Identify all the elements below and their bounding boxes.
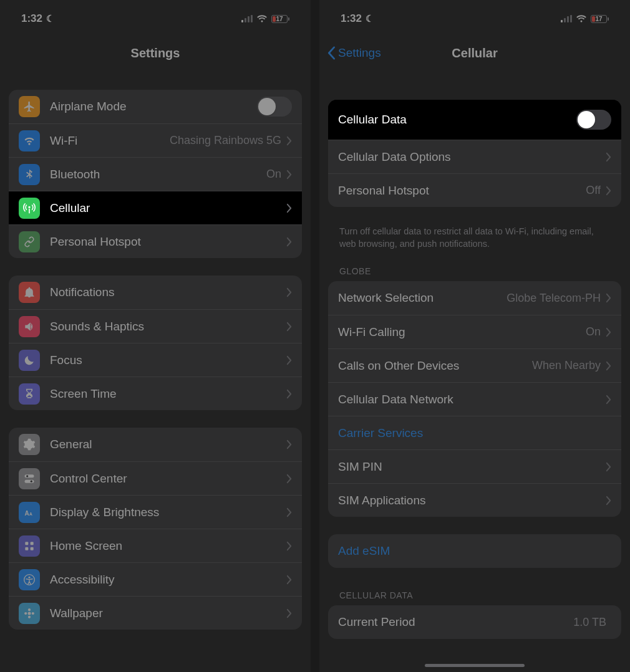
row-airplane-mode[interactable]: Airplane Mode (9, 90, 302, 123)
row-cellular[interactable]: Cellular (9, 191, 302, 224)
back-button[interactable]: Settings (327, 46, 381, 60)
flower-icon (19, 603, 40, 624)
row-label: Wi-Fi Calling (338, 325, 586, 339)
settings-root-screen: 1:32 ☾ 17 Settings Airplane Mode Wi (0, 0, 311, 672)
chevron-right-icon (286, 575, 292, 585)
cellular-data-group: Cellular Data Cellular Data Options Pers… (328, 100, 621, 207)
svg-point-12 (28, 612, 31, 615)
row-label: Notifications (50, 286, 286, 299)
row-detail: Globe Telecom-PH (506, 292, 601, 305)
chevron-right-icon (286, 608, 292, 618)
row-cellular-data[interactable]: Cellular Data (328, 100, 621, 140)
row-wifi-calling[interactable]: Wi-Fi Calling On (328, 315, 621, 348)
row-label: Screen Time (50, 387, 286, 401)
row-current-period[interactable]: Current Period 1.0 TB (328, 605, 621, 639)
wifi-icon (256, 14, 268, 23)
row-personal-hotspot[interactable]: Personal Hotspot Off (328, 173, 621, 207)
hourglass-icon (19, 383, 40, 405)
row-detail: Chasing Rainbows 5G (170, 134, 281, 147)
page-title: Settings (131, 46, 180, 60)
row-label: Control Center (50, 472, 286, 486)
carrier-section-header: GLOBE (328, 261, 621, 281)
row-label: Sounds & Haptics (50, 320, 286, 334)
row-display-brightness[interactable]: AA Display & Brightness (9, 495, 302, 529)
row-sounds[interactable]: Sounds & Haptics (9, 309, 302, 343)
row-detail: Off (586, 184, 601, 197)
gear-icon (19, 434, 40, 455)
row-bluetooth[interactable]: Bluetooth On (9, 157, 302, 191)
row-sim-pin[interactable]: SIM PIN (328, 449, 621, 483)
chevron-right-icon (606, 186, 611, 196)
airplane-toggle[interactable] (257, 97, 292, 117)
status-time: 1:32 (21, 12, 42, 25)
row-personal-hotspot[interactable]: Personal Hotspot (9, 224, 302, 258)
nav-bar: Settings Cellular (319, 37, 630, 69)
row-label: Current Period (338, 615, 573, 629)
svg-text:A: A (25, 510, 29, 517)
home-indicator[interactable] (425, 664, 525, 667)
chevron-right-icon (286, 541, 292, 551)
cellular-signal-icon (561, 15, 572, 22)
back-label: Settings (338, 46, 381, 60)
moon-icon: ☾ (366, 13, 374, 24)
row-control-center[interactable]: Control Center (9, 461, 302, 495)
grid-icon (19, 535, 40, 557)
airplane-icon (19, 96, 40, 117)
row-network-selection[interactable]: Network Selection Globe Telecom-PH (328, 281, 621, 315)
status-time: 1:32 (341, 12, 362, 25)
link-icon (19, 231, 40, 252)
row-cellular-data-options[interactable]: Cellular Data Options (328, 140, 621, 173)
row-focus[interactable]: Focus (9, 343, 302, 377)
chevron-right-icon (286, 170, 292, 180)
bell-icon (19, 282, 40, 303)
row-add-esim[interactable]: Add eSIM (328, 534, 621, 568)
chevron-left-icon (327, 46, 336, 60)
chevron-right-icon (606, 496, 611, 506)
svg-point-13 (28, 608, 31, 611)
row-label: General (50, 438, 286, 451)
svg-point-14 (28, 615, 31, 618)
row-wifi[interactable]: Wi-Fi Chasing Rainbows 5G (9, 123, 302, 157)
carrier-group: Network Selection Globe Telecom-PH Wi-Fi… (328, 281, 621, 517)
chevron-right-icon (286, 389, 292, 399)
svg-text:A: A (29, 512, 32, 516)
cellular-settings-screen: 1:32 ☾ 17 Settings Cellular Cellular Dat… (319, 0, 630, 672)
row-label: Personal Hotspot (50, 235, 286, 249)
status-bar: 1:32 ☾ 17 (319, 0, 630, 37)
chevron-right-icon (606, 361, 611, 371)
accessibility-icon (19, 569, 40, 590)
row-label: Wi-Fi (50, 134, 170, 148)
chevron-right-icon (286, 507, 292, 517)
row-accessibility[interactable]: Accessibility (9, 562, 302, 596)
settings-group-connectivity: Airplane Mode Wi-Fi Chasing Rainbows 5G … (9, 90, 302, 258)
row-carrier-services[interactable]: Carrier Services (328, 416, 621, 449)
svg-rect-8 (25, 547, 28, 550)
row-general[interactable]: General (9, 428, 302, 461)
chevron-right-icon (606, 462, 611, 472)
chevron-right-icon (286, 355, 292, 365)
chevron-right-icon (286, 287, 292, 297)
chevron-right-icon (286, 322, 292, 332)
row-wallpaper[interactable]: Wallpaper (9, 596, 302, 630)
row-detail: 1.0 TB (573, 616, 606, 629)
chevron-right-icon (286, 439, 292, 449)
svg-point-2 (26, 475, 28, 477)
row-detail: When Nearby (532, 359, 601, 372)
row-label: Focus (50, 353, 286, 367)
battery-icon: 17 (591, 15, 609, 23)
svg-rect-9 (31, 547, 34, 550)
row-notifications[interactable]: Notifications (9, 276, 302, 309)
row-label: Airplane Mode (50, 100, 257, 113)
row-screen-time[interactable]: Screen Time (9, 377, 302, 410)
row-sim-applications[interactable]: SIM Applications (328, 483, 621, 517)
chevron-right-icon (606, 327, 611, 337)
row-home-screen[interactable]: Home Screen (9, 529, 302, 562)
row-cellular-data-network[interactable]: Cellular Data Network (328, 382, 621, 416)
row-calls-other-devices[interactable]: Calls on Other Devices When Nearby (328, 348, 621, 382)
row-label: Cellular Data Options (338, 150, 606, 164)
cellular-data-toggle[interactable] (576, 110, 611, 130)
chevron-right-icon (606, 395, 611, 405)
moon-icon: ☾ (46, 13, 54, 24)
speaker-icon (19, 316, 40, 337)
row-label: Cellular Data (338, 113, 576, 127)
